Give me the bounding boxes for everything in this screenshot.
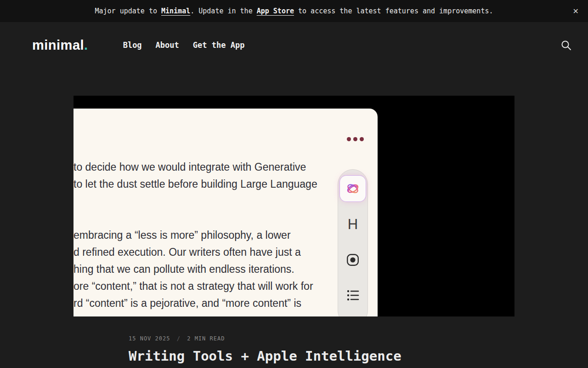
banner-text-after: to access the latest features and improv… [294, 7, 493, 15]
site-header: minimal. Blog About Get the App [0, 22, 588, 68]
document-paragraph: embracing a “less is more” philosophy, a… [74, 227, 313, 312]
read-time: 2 MIN READ [187, 335, 225, 342]
list-icon [338, 286, 368, 305]
search-icon[interactable] [558, 37, 574, 53]
nav-get-the-app[interactable]: Get the App [193, 40, 245, 50]
article-date: 15 NOV 2025 [129, 335, 170, 342]
more-options-icon [347, 137, 364, 141]
announcement-banner: Major update to Minimal. Update in the A… [0, 0, 588, 22]
meta-separator: / [177, 335, 181, 342]
doc-line: rd “content” is a pejorative, and “more … [74, 295, 313, 312]
doc-line: to decide how we would integrate with Ge… [74, 159, 317, 176]
logo[interactable]: minimal. [32, 38, 88, 53]
record-icon [338, 251, 368, 269]
article-title: Writing Tools + Apple Intelligence [129, 348, 401, 364]
writing-tools-toolbar: H [338, 169, 368, 316]
logo-text: minimal [32, 38, 84, 52]
doc-line: ore “content,” that is not a strategy th… [74, 278, 313, 295]
close-icon[interactable]: ✕ [570, 4, 582, 18]
banner-text-middle: . Update in the [190, 7, 257, 15]
heading-icon: H [338, 215, 368, 234]
announcement-text: Major update to Minimal. Update in the A… [95, 7, 493, 15]
doc-line: to let the dust settle before building L… [74, 176, 317, 193]
doc-line: hing that we can pollute with endless it… [74, 261, 313, 278]
doc-line: d refined execution. Our writers often h… [74, 244, 313, 261]
page: Major update to Minimal. Update in the A… [0, 0, 588, 368]
banner-text-before: Major update to [95, 7, 162, 15]
document-paragraph: to decide how we would integrate with Ge… [74, 159, 317, 193]
nav-about[interactable]: About [156, 40, 179, 50]
main-nav: Blog About Get the App [123, 40, 245, 50]
doc-line: embracing a “less is more” philosophy, a… [74, 227, 313, 244]
article-meta: 15 NOV 2025 / 2 MIN READ [129, 335, 225, 342]
apple-intelligence-icon [340, 176, 366, 201]
hero-image: to decide how we would integrate with Ge… [74, 96, 514, 316]
minimal-link[interactable]: Minimal [161, 7, 190, 15]
app-store-link[interactable]: App Store [257, 7, 294, 15]
logo-dot: . [84, 38, 88, 52]
nav-blog[interactable]: Blog [123, 40, 142, 50]
